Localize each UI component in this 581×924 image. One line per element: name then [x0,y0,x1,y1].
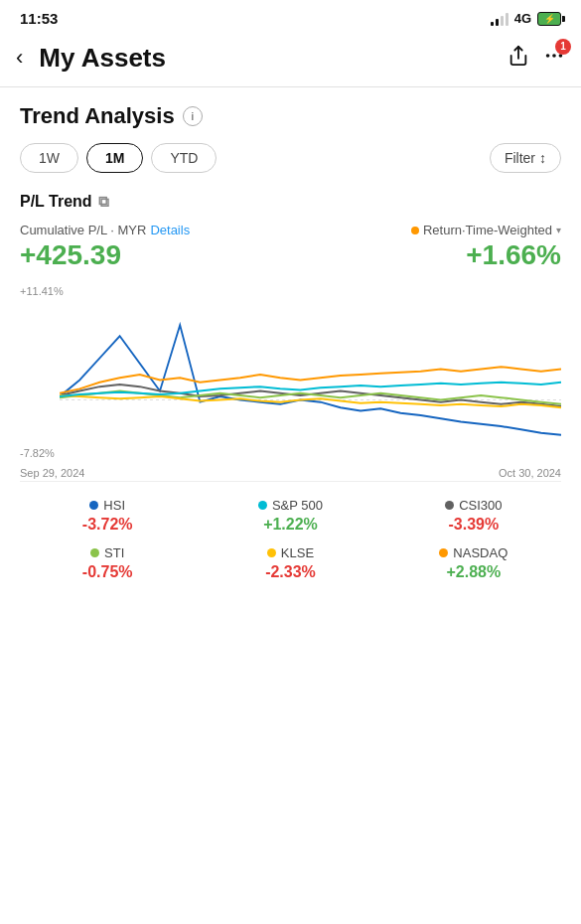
chart-y-max: +11.41% [20,285,64,297]
pl-trend-title: P/L Trend ⧉ [20,193,561,211]
network-label: 4G [514,11,531,26]
legend-dot [89,501,98,510]
filter-icon: ↕ [539,150,546,166]
nav-icons: 1 [508,45,565,72]
chart-svg [60,303,561,457]
signal-icon [491,12,508,26]
legend-name-row: S&P 500 [258,498,323,513]
notification-badge: 1 [555,39,571,55]
status-bar: 11:53 4G ⚡ [0,0,581,33]
legend-value: -0.75% [82,563,133,581]
chevron-down-icon: ▾ [556,225,561,235]
chart-date-start: Sep 29, 2024 [20,467,84,479]
trend-chart: +11.41% -7.82% Sep 29, 2024 Oct 30, 2024 [20,283,561,482]
legend-name: CSI300 [459,498,502,513]
legend-name: S&P 500 [272,498,323,513]
legend-item: HSI -3.72% [20,498,195,534]
svg-point-1 [546,54,550,58]
trend-analysis-section: Trend Analysis i 1W 1M YTD Filter ↕ P/L … [0,87,581,482]
back-button[interactable]: ‹ [16,41,31,75]
legend-item: KLSE -2.33% [203,545,377,581]
return-label: Return·Time-Weighted ▾ [411,223,561,237]
legend-name-row: KLSE [267,545,314,560]
legend-dot [267,548,276,557]
legend-dot [445,501,454,510]
legend-name-row: CSI300 [445,498,502,513]
cumulative-pl-value: +425.39 [20,239,190,271]
svg-point-2 [552,54,556,58]
tab-ytd[interactable]: YTD [151,143,217,173]
legend-name: NASDAQ [453,545,508,560]
status-icons: 4G ⚡ [491,11,561,26]
orange-dot-icon [411,227,419,234]
metric-left-label: Cumulative P/L · MYR Details [20,223,190,237]
battery-icon: ⚡ [537,12,561,26]
metric-right: Return·Time-Weighted ▾ +1.66% [411,223,561,271]
more-button[interactable]: 1 [543,45,565,72]
period-tabs: 1W 1M YTD [20,143,490,173]
legend-item: STI -0.75% [20,545,195,581]
legend-name: HSI [103,498,125,513]
legend-name: KLSE [281,545,314,560]
legend-dot [439,548,448,557]
info-icon[interactable]: i [183,106,203,126]
time: 11:53 [20,10,58,27]
period-filter-row: 1W 1M YTD Filter ↕ [20,143,561,173]
tab-1m[interactable]: 1M [86,143,143,173]
details-link[interactable]: Details [150,223,190,237]
tab-1w[interactable]: 1W [20,143,78,173]
legend-name-row: HSI [89,498,125,513]
legend-value: -3.72% [82,516,133,534]
legend-item: CSI300 -3.39% [386,498,561,534]
legend-name-row: NASDAQ [439,545,508,560]
legend-item: NASDAQ +2.88% [386,545,561,581]
legend-grid: HSI -3.72% S&P 500 +1.22% CSI300 -3.39% … [0,482,581,601]
share-button[interactable] [508,45,529,72]
metric-left: Cumulative P/L · MYR Details +425.39 [20,223,190,271]
legend-value: -3.39% [448,516,499,534]
legend-value: +1.22% [263,516,318,534]
legend-value: -2.33% [265,563,316,581]
copy-icon[interactable]: ⧉ [98,193,109,211]
page-title: My Assets [39,43,500,74]
return-value: +1.66% [411,239,561,271]
legend-dot [90,548,99,557]
filter-button[interactable]: Filter ↕ [490,143,561,173]
metric-row: Cumulative P/L · MYR Details +425.39 Ret… [20,223,561,271]
legend-dot [258,501,267,510]
legend-value: +2.88% [446,563,501,581]
legend-item: S&P 500 +1.22% [203,498,377,534]
top-nav: ‹ My Assets 1 [0,33,581,86]
legend-name-row: STI [90,545,124,560]
section-title: Trend Analysis i [20,103,561,129]
chart-y-min: -7.82% [20,447,55,459]
chart-date-end: Oct 30, 2024 [499,467,561,479]
legend-name: STI [104,545,124,560]
